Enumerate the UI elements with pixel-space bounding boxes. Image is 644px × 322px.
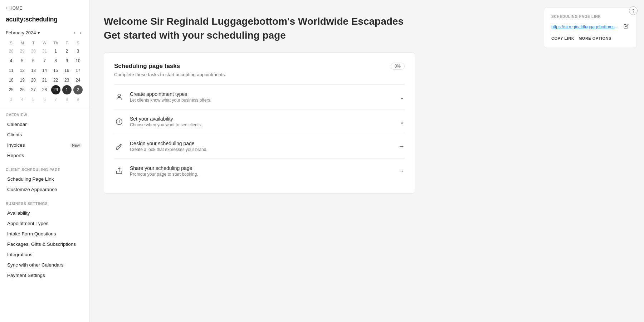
tasks-subtitle: Complete these tasks to start accepting …: [114, 72, 405, 77]
cal-day[interactable]: 4: [18, 95, 27, 104]
invoices-new-badge: New: [70, 143, 82, 148]
chevron-down-icon: ⌄: [399, 93, 405, 101]
month-dropdown-icon: ▾: [38, 30, 40, 35]
business-settings-label: BUSINESS SETTINGS: [6, 202, 83, 206]
sidebar-item-calendar[interactable]: Calendar: [6, 119, 83, 130]
chevron-down-icon: ⌄: [399, 118, 405, 126]
cal-day[interactable]: 17: [73, 66, 83, 75]
cal-header-thu: Th: [50, 40, 61, 46]
cal-day[interactable]: 18: [6, 75, 16, 85]
cal-day[interactable]: 20: [29, 75, 38, 85]
cal-header-wed: W: [39, 40, 50, 46]
cal-day[interactable]: 14: [40, 66, 49, 75]
overview-section: OVERVIEW Calendar Clients Invoices New R…: [0, 107, 89, 162]
cal-day[interactable]: 27: [29, 85, 38, 94]
help-icon[interactable]: ?: [629, 6, 638, 15]
cal-day[interactable]: 28: [40, 85, 49, 94]
sidebar-item-appointment-types[interactable]: Appointment Types: [6, 218, 83, 229]
cal-day[interactable]: 10: [73, 56, 83, 65]
cal-day[interactable]: 3: [73, 47, 83, 56]
sidebar-item-intake-form[interactable]: Intake Form Questions: [6, 229, 83, 239]
cal-day[interactable]: 7: [40, 56, 49, 65]
calendar-next-button[interactable]: ›: [78, 29, 83, 36]
share-icon: [114, 166, 124, 176]
cal-day-today-2[interactable]: 2: [73, 85, 83, 94]
task-name: Set your availability: [130, 116, 202, 122]
back-chevron-icon: ‹: [6, 6, 7, 11]
sidebar-item-clients[interactable]: Clients: [6, 130, 83, 140]
tasks-card: Scheduling page tasks 0% Complete these …: [104, 52, 415, 194]
scheduling-page-url[interactable]: https://sirreginaldluggagebottomsworldwi…: [551, 24, 621, 29]
task-name: Create appointment types: [130, 91, 211, 97]
sidebar-item-invoices[interactable]: Invoices New: [6, 140, 83, 150]
sidebar-item-payment-settings[interactable]: Payment Settings: [6, 270, 83, 280]
scheduling-link-card: SCHEDULING PAGE LINK https://sirreginald…: [544, 7, 637, 48]
cal-day[interactable]: 6: [29, 56, 38, 65]
sidebar-item-scheduling-page-link[interactable]: Scheduling Page Link: [6, 174, 83, 184]
task-desc: Create a look that expresses your brand.: [130, 147, 208, 152]
cal-day[interactable]: 9: [73, 95, 83, 104]
cal-day[interactable]: 2: [62, 47, 72, 56]
app-logo: acuity:scheduling: [6, 16, 83, 23]
cal-day[interactable]: 13: [29, 66, 38, 75]
overview-label: OVERVIEW: [6, 113, 83, 117]
arrow-right-icon: →: [398, 167, 405, 175]
sidebar-item-integrations[interactable]: Integrations: [6, 249, 83, 260]
cal-day[interactable]: 30: [29, 47, 38, 56]
cal-day-29-selected[interactable]: 29: [51, 85, 60, 94]
task-share-page[interactable]: Share your scheduling page Promote your …: [114, 158, 405, 183]
sidebar-item-sync-calendars[interactable]: Sync with other Calendars: [6, 260, 83, 270]
cal-day[interactable]: 19: [18, 75, 27, 85]
cal-day[interactable]: 7: [51, 95, 60, 104]
cal-day[interactable]: 12: [18, 66, 27, 75]
sidebar-item-packages[interactable]: Packages, Gifts & Subscriptions: [6, 239, 83, 249]
client-scheduling-section: CLIENT SCHEDULING PAGE Scheduling Page L…: [0, 162, 89, 196]
cal-day[interactable]: 16: [62, 66, 72, 75]
task-set-availability[interactable]: Set your availability Choose when you wa…: [114, 109, 405, 134]
cal-day-today-1[interactable]: 1: [62, 85, 72, 94]
calendar-prev-button[interactable]: ‹: [72, 29, 78, 36]
cal-day[interactable]: 15: [51, 66, 60, 75]
task-name: Share your scheduling page: [130, 165, 198, 171]
cal-day[interactable]: 23: [62, 75, 72, 85]
cal-day[interactable]: 4: [6, 56, 16, 65]
sidebar-item-customize-appearance[interactable]: Customize Appearance: [6, 184, 83, 195]
cal-day[interactable]: 31: [40, 47, 49, 56]
cal-day[interactable]: 28: [6, 47, 16, 56]
cal-day[interactable]: 5: [18, 56, 27, 65]
cal-header-sat: S: [73, 40, 83, 46]
task-design-page[interactable]: Design your scheduling page Create a loo…: [114, 134, 405, 158]
mini-calendar: February 2024 ▾ ‹ › S M T W Th F S 28 2: [6, 29, 83, 104]
cal-day[interactable]: 24: [73, 75, 83, 85]
cal-day[interactable]: 22: [51, 75, 60, 85]
more-options-button[interactable]: MORE OPTIONS: [579, 36, 611, 40]
task-name: Design your scheduling page: [130, 141, 208, 146]
edit-url-button[interactable]: [623, 23, 629, 30]
cal-day[interactable]: 26: [18, 85, 27, 94]
cal-day[interactable]: 8: [62, 95, 72, 104]
copy-link-button[interactable]: COPY LINK: [551, 36, 574, 40]
cal-day[interactable]: 25: [6, 85, 16, 94]
cal-day[interactable]: 3: [6, 95, 16, 104]
cal-day[interactable]: 9: [62, 56, 72, 65]
clock-icon: [114, 117, 124, 127]
business-settings-section: BUSINESS SETTINGS Availability Appointme…: [0, 196, 89, 282]
task-create-appointment-types[interactable]: Create appointment types Let clients kno…: [114, 84, 405, 109]
svg-point-0: [118, 94, 120, 97]
back-home-label: HOME: [9, 6, 22, 11]
cal-day[interactable]: 5: [29, 95, 38, 104]
calendar-grid: S M T W Th F S 28 29 30 31 1 2 3 4 5 6 7: [6, 40, 83, 104]
cal-day[interactable]: 11: [6, 66, 16, 75]
cal-day[interactable]: 1: [51, 47, 60, 56]
sidebar-item-reports[interactable]: Reports: [6, 150, 83, 161]
task-desc: Promote your page to start booking.: [130, 172, 198, 177]
sidebar-item-availability[interactable]: Availability: [6, 208, 83, 218]
cal-day[interactable]: 6: [40, 95, 49, 104]
cal-day[interactable]: 8: [51, 56, 60, 65]
right-panel: SCHEDULING PAGE LINK https://sirreginald…: [537, 0, 644, 322]
task-desc: Choose when you want to see clients.: [130, 122, 202, 127]
cal-header-tue: T: [28, 40, 39, 46]
back-home-link[interactable]: ‹ HOME: [6, 6, 83, 11]
cal-day[interactable]: 21: [40, 75, 49, 85]
cal-day[interactable]: 29: [18, 47, 27, 56]
